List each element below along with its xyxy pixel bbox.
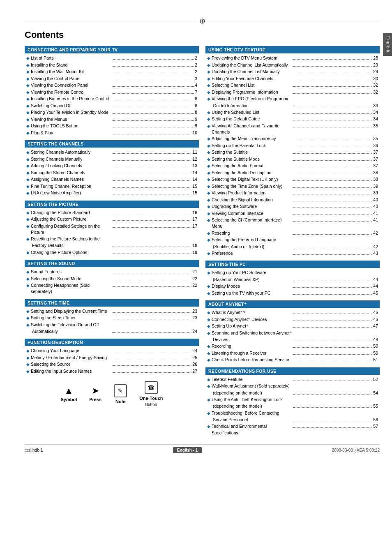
toc-item: ◆Display Modes44: [207, 283, 378, 290]
diamond-icon: ◆: [26, 355, 30, 361]
toc-item: ◆Selecting the Audio Format37: [207, 163, 378, 169]
toc-columns: CONNECTING AND PREPARING YOUR TV ◆List o…: [25, 46, 380, 440]
press-label: Press: [89, 397, 101, 402]
diamond-icon: ◆: [26, 170, 30, 176]
diamond-icon: ◆: [26, 90, 30, 96]
symbol-item-symbol: ▲ Symbol: [61, 386, 77, 402]
toc-item: ◆Viewing Common Interface41: [207, 210, 378, 217]
toc-item: (Subtitle, Audio or Teletext)42: [213, 244, 378, 250]
diamond-icon: ◆: [26, 283, 30, 289]
diamond-icon: ◆: [26, 224, 30, 230]
diamond-icon: ◆: [207, 76, 210, 82]
toc-item: ◆Using the Scheduled List34: [207, 109, 378, 116]
toc-item: ◆Viewing the Remote Control7: [26, 89, 197, 96]
toc-item: ◆Checking the Signal Information40: [207, 197, 378, 203]
toc-item: ◆Listening through a Receiver50: [207, 350, 378, 357]
footer-page-number: English - 1: [173, 447, 202, 453]
toc-item: (depending on the model)55: [213, 403, 378, 409]
diamond-icon: ◆: [26, 123, 30, 129]
diamond-icon: ◆: [207, 424, 210, 430]
diamond-icon: ◆: [207, 197, 210, 203]
section-function: FUNCTION DESCRIPTION ◆Choosing Your Lang…: [25, 339, 199, 374]
toc-item: (depending on the model)54: [213, 390, 378, 396]
diamond-icon: ◆: [26, 55, 30, 62]
toc-item: ◆Setting up the Parental Lock36: [207, 143, 378, 149]
page: English ⊕ Contents CONNECTING AND PREPAR…: [0, 0, 392, 540]
diamond-icon: ◆: [26, 322, 30, 328]
one-touch-icon: ☎: [145, 381, 158, 394]
diamond-icon: ◆: [207, 270, 210, 276]
page-title: Contents: [25, 30, 380, 40]
one-touch-label: One-Touch: [139, 396, 163, 401]
press-icon: ➤: [92, 386, 99, 395]
diamond-icon: ◆: [26, 62, 30, 69]
diamond-icon: ◆: [207, 69, 210, 75]
toc-item: ◆Teletext Feature52: [207, 376, 378, 383]
section-channels: SETTING THE CHANNELS ◆Storing Channels A…: [25, 140, 199, 196]
toc-item: ◆Scanning and Switching between Anynet⁺: [207, 330, 378, 337]
diamond-icon: ◆: [207, 163, 210, 169]
toc-item: ◆Resetting the Picture Settings to the: [26, 236, 197, 242]
toc-item: ◆Setting and Displaying the Current Time…: [26, 308, 197, 315]
toc-item: ◆Changing the Picture Standard16: [26, 210, 197, 216]
toc-item: Service Personnel56: [213, 417, 378, 423]
toc-item: ◆Selecting the Digital Text (UK only)38: [207, 176, 378, 183]
toc-item: ◆Selecting the Sound Mode22: [26, 276, 197, 282]
diamond-icon: ◆: [207, 251, 210, 257]
toc-item: ◆Selecting the Source26: [26, 361, 197, 368]
section-picture: SETTING THE PICTURE ◆Changing the Pictur…: [25, 201, 199, 256]
toc-item: ◆Resetting42: [207, 230, 378, 237]
diamond-icon: ◆: [207, 136, 210, 142]
diamond-icon: ◆: [207, 204, 210, 210]
diamond-icon: ◆: [207, 90, 210, 96]
diamond-icon: ◆: [26, 130, 30, 136]
diamond-icon: ◆: [207, 62, 210, 69]
diamond-icon: ◆: [207, 150, 210, 156]
toc-item: ◆Choosing Your Language24: [26, 348, 197, 354]
section-header-channels: SETTING THE CHANNELS: [25, 140, 199, 148]
right-column: USING THE DTV FEATURE ◆Previewing the DT…: [205, 46, 380, 440]
diamond-icon: ◆: [26, 276, 30, 282]
section-anynet: ABOUT ANYNET⁺ ◆What is Anynet⁺?46 ◆Conne…: [205, 300, 380, 363]
toc-item: ◆Displaying Programme Information32: [207, 89, 378, 96]
toc-item: ◆Adding / Locking Channels13: [26, 163, 197, 169]
toc-item: ◆Connecting Anynet⁺ Devices46: [207, 316, 378, 323]
toc-item: ◆Selecting the Time Zone (Spain only)39: [207, 183, 378, 190]
section-items-pc: ◆Setting up Your PC Software (Based on W…: [205, 270, 380, 296]
toc-item: ◆Using the Anti-Theft Kensington Lock: [207, 397, 378, 403]
toc-item: Automatically24: [32, 328, 197, 335]
section-header-anynet: ABOUT ANYNET⁺: [205, 300, 380, 308]
diamond-icon: ◆: [26, 348, 30, 354]
section-header-function: FUNCTION DESCRIPTION: [25, 339, 199, 346]
toc-item: ◆Troubleshooting: Before Contacting: [207, 410, 378, 417]
toc-item: ◆Using the TOOLS Button9: [26, 123, 197, 129]
symbol-item-note: ✎ Note: [114, 384, 127, 404]
toc-item: ◆Plug & Play10: [26, 130, 197, 136]
section-header-time: SETTING THE TIME: [25, 299, 199, 307]
diamond-icon: ◆: [26, 369, 30, 375]
toc-item: ◆Upgrading the Software40: [207, 203, 378, 210]
diamond-icon: ◆: [207, 55, 210, 62]
toc-item: Factory Defaults18: [32, 242, 197, 249]
diamond-icon: ◆: [207, 157, 210, 163]
toc-item: ◆Selecting the CI (Common Interface) Men…: [207, 217, 378, 229]
note-label: Note: [115, 399, 125, 404]
diamond-icon: ◆: [26, 217, 30, 223]
section-items-connecting: ◆List of Parts2 ◆Installing the Stand2 ◆…: [25, 55, 199, 136]
toc-item: ◆What is Anynet⁺?46: [207, 309, 378, 316]
diamond-icon: ◆: [26, 163, 30, 169]
diamond-icon: ◆: [207, 231, 210, 237]
toc-item: ◆Adjusting the Custom Picture17: [26, 216, 197, 223]
diamond-icon: ◆: [207, 317, 210, 323]
toc-item: Guide) Information33: [213, 103, 378, 109]
diamond-icon: ◆: [207, 143, 210, 149]
section-items-time: ◆Setting and Displaying the Current Time…: [25, 308, 199, 335]
toc-item: ◆Switching the Television On and Off: [26, 322, 197, 328]
section-header-sound: SETTING THE SOUND: [25, 260, 199, 267]
section-items-picture: ◆Changing the Picture Standard16 ◆Adjust…: [25, 210, 199, 256]
toc-item: ◆Selecting the Audio Description38: [207, 170, 378, 176]
diamond-icon: ◆: [207, 96, 210, 102]
section-dtv: USING THE DTV FEATURE ◆Previewing the DT…: [205, 46, 380, 256]
diamond-icon: ◆: [26, 190, 30, 196]
diamond-icon: ◆: [26, 184, 30, 190]
